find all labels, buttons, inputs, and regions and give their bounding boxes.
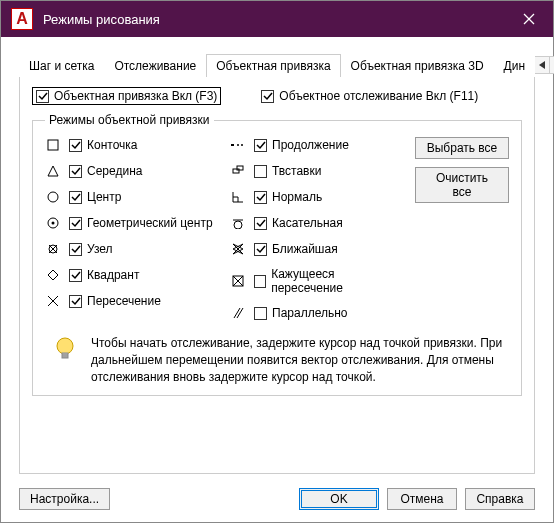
insertion-label: Твставки xyxy=(272,164,321,178)
window-title: Режимы рисования xyxy=(43,12,509,27)
svg-marker-5 xyxy=(48,166,58,176)
checkmark-icon xyxy=(263,91,273,101)
close-button[interactable] xyxy=(509,1,549,37)
osnap-on-label: Объектная привязка Вкл (F3) xyxy=(54,89,217,103)
perpendicular-checkbox[interactable]: Нормаль xyxy=(254,190,322,204)
osnap-modes-legend: Режимы объектной привязки xyxy=(45,113,214,127)
svg-marker-2 xyxy=(539,61,545,69)
tab-scroll xyxy=(535,56,554,74)
tangent-icon xyxy=(230,215,246,231)
checkmark-icon xyxy=(256,244,266,254)
node-icon xyxy=(45,241,61,257)
titlebar: A Режимы рисования xyxy=(1,1,553,37)
svg-point-20 xyxy=(234,221,242,229)
dialog-window: A Режимы рисования Шаг и сетка Отслежива… xyxy=(0,0,554,523)
endpoint-icon xyxy=(45,137,61,153)
center-label: Центр xyxy=(87,190,121,204)
tab-scroll-left[interactable] xyxy=(534,56,550,74)
nearest-label: Ближайшая xyxy=(272,242,338,256)
osnap-left-column: Конточка Середина Центр Геометричес xyxy=(45,137,214,321)
midpoint-checkbox[interactable]: Середина xyxy=(69,164,142,178)
insertion-checkbox[interactable]: Твставки xyxy=(254,164,321,178)
checkmark-icon xyxy=(256,218,266,228)
svg-line-26 xyxy=(234,308,240,318)
help-button[interactable]: Справка xyxy=(465,488,535,510)
node-checkbox[interactable]: Узел xyxy=(69,242,113,256)
hint-panel: Чтобы начать отслеживание, задержите кур… xyxy=(45,335,509,385)
osnap-button-column: Выбрать все Очистить все xyxy=(415,137,509,321)
tab-panel: Объектная привязка Вкл (F3) Объектное от… xyxy=(19,77,535,474)
checkmark-icon xyxy=(71,140,81,150)
geocenter-checkbox[interactable]: Геометрический центр xyxy=(69,216,213,230)
endpoint-label: Конточка xyxy=(87,138,138,152)
tangent-label: Касательная xyxy=(272,216,343,230)
checkmark-icon xyxy=(38,91,48,101)
extension-checkbox[interactable]: Продолжение xyxy=(254,138,349,152)
intersection-checkbox[interactable]: Пересечение xyxy=(69,294,161,308)
tab-strip: Шаг и сетка Отслеживание Объектная привя… xyxy=(19,53,535,77)
svg-line-27 xyxy=(237,308,243,318)
checkmark-icon xyxy=(71,244,81,254)
checkmark-icon xyxy=(71,192,81,202)
clear-all-button[interactable]: Очистить все xyxy=(415,167,509,203)
endpoint-checkbox[interactable]: Конточка xyxy=(69,138,138,152)
close-icon xyxy=(523,13,535,25)
intersection-icon xyxy=(45,293,61,309)
lightbulb-icon xyxy=(51,335,79,363)
parallel-checkbox[interactable]: Параллельно xyxy=(254,306,347,320)
tab-dynamic[interactable]: Дин xyxy=(494,54,535,77)
checkmark-icon xyxy=(71,296,81,306)
extension-icon xyxy=(230,137,246,153)
checkmark-icon xyxy=(256,192,266,202)
apparent-int-checkbox[interactable]: Кажущееся пересечение xyxy=(254,267,399,295)
quadrant-icon xyxy=(45,267,61,283)
otrack-on-checkbox[interactable]: Объектное отслеживание Вкл (F11) xyxy=(261,89,478,103)
svg-marker-12 xyxy=(48,270,58,280)
svg-point-8 xyxy=(52,222,55,225)
quadrant-label: Квадрант xyxy=(87,268,139,282)
nearest-checkbox[interactable]: Ближайшая xyxy=(254,242,338,256)
geocenter-label: Геометрический центр xyxy=(87,216,213,230)
ok-button[interactable]: OK xyxy=(299,488,379,510)
osnap-on-checkbox[interactable]: Объектная привязка Вкл (F3) xyxy=(32,87,221,105)
hint-text: Чтобы начать отслеживание, задержите кур… xyxy=(91,335,503,385)
checkmark-icon xyxy=(71,166,81,176)
tab-snap-grid[interactable]: Шаг и сетка xyxy=(19,54,104,77)
midpoint-icon xyxy=(45,163,61,179)
checkmark-icon xyxy=(71,218,81,228)
svg-point-6 xyxy=(48,192,58,202)
svg-rect-4 xyxy=(48,140,58,150)
center-icon xyxy=(45,189,61,205)
checkmark-icon xyxy=(256,140,266,150)
cancel-button[interactable]: Отмена xyxy=(387,488,457,510)
select-all-button[interactable]: Выбрать все xyxy=(415,137,509,159)
tab-osnap-3d[interactable]: Объектная привязка 3D xyxy=(341,54,494,77)
tab-tracking[interactable]: Отслеживание xyxy=(104,54,206,77)
intersection-label: Пересечение xyxy=(87,294,161,308)
nearest-icon xyxy=(230,241,246,257)
extension-label: Продолжение xyxy=(272,138,349,152)
tab-osnap[interactable]: Объектная привязка xyxy=(206,54,340,77)
node-label: Узел xyxy=(87,242,113,256)
parallel-label: Параллельно xyxy=(272,306,347,320)
svg-point-16 xyxy=(237,144,239,146)
client-area: Шаг и сетка Отслеживание Объектная привя… xyxy=(1,37,553,522)
center-checkbox[interactable]: Центр xyxy=(69,190,121,204)
osnap-right-column: Продолжение Твставки Нормаль Касате xyxy=(230,137,399,321)
perpendicular-label: Нормаль xyxy=(272,190,322,204)
midpoint-label: Середина xyxy=(87,164,142,178)
quadrant-checkbox[interactable]: Квадрант xyxy=(69,268,139,282)
chevron-left-icon xyxy=(539,61,545,69)
parallel-icon xyxy=(230,305,246,321)
insertion-icon xyxy=(230,163,246,179)
otrack-on-label: Объектное отслеживание Вкл (F11) xyxy=(279,89,478,103)
tab-scroll-right[interactable] xyxy=(549,56,554,74)
geocenter-icon xyxy=(45,215,61,231)
svg-point-17 xyxy=(241,144,243,146)
app-logo-icon: A xyxy=(11,8,33,30)
svg-point-28 xyxy=(57,338,73,354)
tangent-checkbox[interactable]: Касательная xyxy=(254,216,343,230)
perpendicular-icon xyxy=(230,189,246,205)
apparent-int-icon xyxy=(230,273,246,289)
options-button[interactable]: Настройка... xyxy=(19,488,110,510)
